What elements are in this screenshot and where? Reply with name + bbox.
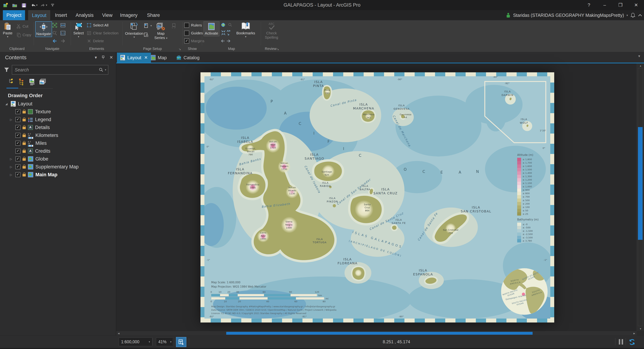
tab-project[interactable]: Project (3, 10, 25, 20)
view-thumbnails-button[interactable] (38, 77, 48, 87)
extent-arrows-button[interactable] (221, 29, 231, 36)
visibility-checkbox[interactable]: ✓ (16, 164, 20, 169)
layer-row-layout[interactable]: ◢Layout (0, 100, 116, 108)
tab-analysis[interactable]: Analysis (73, 10, 96, 20)
layer-row-credits[interactable]: ✓ACredits (0, 147, 116, 155)
scroll-up-icon[interactable]: ▴ (637, 64, 644, 67)
hidden-tabs-icon[interactable]: ▼ (638, 54, 641, 58)
layer-row-texture[interactable]: ✓Texture (0, 108, 116, 116)
previous-extent-button[interactable] (52, 38, 58, 45)
extent-back-forward[interactable] (221, 38, 231, 45)
activate-button[interactable]: Activate (204, 21, 220, 36)
customize-qat-icon[interactable] (49, 2, 56, 9)
visibility-checkbox[interactable]: ✓ (16, 133, 20, 138)
delete-button[interactable]: Delete (86, 38, 104, 45)
close-button[interactable]: ✕ (628, 0, 644, 10)
visibility-checkbox[interactable]: ✓ (16, 117, 20, 122)
collapse-ribbon-icon[interactable] (638, 14, 642, 17)
minimize-button[interactable]: – (597, 0, 612, 10)
map-series-button[interactable]: MapSeries ▾ (153, 21, 168, 41)
visibility-checkbox[interactable]: ✓ (16, 172, 20, 177)
new-layout-button[interactable] (176, 337, 186, 347)
guides-checkbox[interactable]: ✓ (184, 31, 189, 36)
notifications-icon[interactable] (630, 13, 636, 18)
view-element-order-button[interactable] (17, 77, 27, 87)
rulers-checkbox-row[interactable]: ✓Rulers (184, 22, 202, 29)
vertical-scroll-thumb[interactable] (638, 127, 642, 240)
visibility-checkbox[interactable]: ✓ (16, 141, 20, 146)
select-button[interactable]: Select▾ (72, 21, 85, 39)
save-project-icon[interactable] (20, 2, 28, 9)
horizontal-scroll-thumb[interactable] (226, 332, 532, 335)
margins-checkbox-row[interactable]: ✓Margins (184, 38, 204, 44)
tab-view[interactable]: View (99, 10, 116, 20)
tab-imagery[interactable]: Imagery (118, 10, 140, 20)
orientation-button[interactable]: Orientation▾ (124, 21, 144, 39)
scroll-left-icon[interactable]: ◄ (117, 331, 120, 335)
zoom-1to1-button[interactable]: 1:1 (60, 30, 66, 37)
rulers-checkbox[interactable]: ✓ (184, 23, 189, 28)
margins-checkbox[interactable]: ✓ (184, 39, 189, 44)
layer-row-details[interactable]: ✓ADetails (0, 124, 116, 131)
layer-row-kilometers[interactable]: ✓0 5 10Kilometers (0, 131, 116, 139)
navigate-button[interactable]: Navigate (35, 21, 52, 37)
layout-page-map[interactable]: -92° ISLADARWIN ISLAWOLF 1°20' 0° NORTHA… (200, 72, 554, 322)
view-drawing-order-button[interactable] (6, 77, 17, 87)
search-icon[interactable] (99, 68, 103, 72)
close-layout-tab-icon[interactable]: ✕ (144, 55, 148, 60)
clear-selection-button[interactable]: Clear Selection (86, 30, 118, 37)
page-size-button[interactable]: ▾ (144, 22, 152, 29)
search-input[interactable] (12, 67, 99, 73)
print-layout-button[interactable] (144, 31, 149, 39)
full-extent-button[interactable] (52, 22, 58, 29)
open-project-icon[interactable] (11, 2, 18, 9)
visibility-checkbox[interactable]: ✓ (16, 125, 20, 130)
pin-icon[interactable] (102, 56, 105, 60)
view-tab-layout[interactable]: Layout✕ (117, 53, 151, 63)
paste-button[interactable]: Paste▾ (2, 21, 14, 39)
select-all-button[interactable]: Select All (86, 22, 108, 29)
check-spelling-button[interactable]: ABC CheckSpelling (263, 21, 280, 40)
tab-insert[interactable]: Insert (52, 10, 70, 20)
visibility-checkbox[interactable]: ✓ (16, 149, 20, 154)
help-button[interactable]: ? (581, 0, 597, 10)
account-dropdown[interactable]: ▾ (626, 14, 628, 17)
page-setup-launcher[interactable]: ↘ (179, 48, 181, 51)
copy-button[interactable]: Copy (16, 31, 31, 39)
view-tab-catalog[interactable]: Catalog (173, 53, 203, 63)
refresh-icon[interactable] (628, 338, 636, 345)
pause-drawing-icon[interactable] (619, 339, 623, 344)
layer-row-miles[interactable]: ✓0 5 10Miles (0, 139, 116, 147)
expander-icon[interactable]: ▷ (9, 173, 13, 176)
restore-button[interactable]: ❐ (612, 0, 628, 10)
bookmarks-button[interactable]: Bookmarks▾ (234, 21, 258, 39)
zoom-selection-button[interactable] (52, 30, 58, 37)
expander-icon[interactable]: ▷ (9, 157, 13, 161)
cut-button[interactable]: Cut (16, 23, 28, 30)
zoom-combo[interactable]: 41%▾ (156, 337, 174, 346)
scale-combo[interactable]: 1:600,000▾ (119, 337, 152, 346)
scroll-right-icon[interactable]: ► (633, 331, 636, 335)
horizontal-scrollbar[interactable]: ◄ ► (116, 331, 637, 335)
filter-icon[interactable] (4, 67, 9, 72)
layer-row-supplementary-map[interactable]: ▷✓Supplementary Map (0, 163, 116, 171)
fixed-zoom-button[interactable] (60, 22, 66, 29)
layer-row-globe[interactable]: ▷✓Globe (0, 155, 116, 163)
panel-menu-icon[interactable]: ▾ (95, 55, 97, 60)
tab-share[interactable]: Share (144, 10, 163, 20)
vertical-scrollbar[interactable]: ▴ ▾ (637, 63, 644, 331)
view-tab-map[interactable]: Map (148, 53, 170, 63)
expander-icon[interactable]: ▷ (9, 165, 13, 169)
layer-row-legend[interactable]: ▷✓Legend (0, 116, 116, 124)
next-extent-button[interactable] (60, 38, 66, 45)
panel-close-icon[interactable]: ✕ (110, 55, 113, 60)
guides-checkbox-row[interactable]: ✓Guides (184, 30, 203, 36)
account-area[interactable]: Staridas (STARIDAS GEOGRAPHY MakingMapsP… (506, 10, 642, 20)
expander-icon[interactable]: ▷ (9, 118, 13, 121)
view-layout-list-button[interactable] (27, 77, 38, 87)
undo-dropdown[interactable]: ▾ (36, 4, 38, 7)
tab-layout[interactable]: Layout (28, 10, 50, 21)
collapse-icon[interactable]: ◢ (4, 102, 8, 106)
layer-row-main-map[interactable]: ▷✓Main Map (0, 171, 116, 179)
series-refresh-button[interactable] (171, 22, 176, 29)
